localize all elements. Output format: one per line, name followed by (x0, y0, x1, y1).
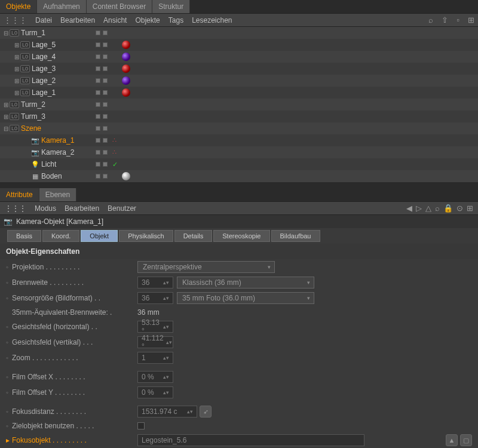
fokusobj-field[interactable]: Legostein_5.6 (137, 434, 364, 446)
lock-icon[interactable]: 🔒 (443, 204, 453, 213)
menu-icon[interactable]: ▫ (456, 16, 459, 24)
visibility-tag[interactable] (96, 42, 100, 47)
tree-toggle-icon[interactable]: ⊞ (13, 78, 20, 84)
tree-item-label[interactable]: Lage_5 (32, 41, 56, 49)
sensor-field[interactable]: 36▴▾ (137, 292, 173, 304)
fov-h-field[interactable]: 53.13 °▴▾ (137, 321, 173, 333)
tree-row[interactable]: ⊞L0Lage_1 (0, 87, 478, 99)
new-icon[interactable]: ⊙ (456, 204, 463, 213)
visibility-tag[interactable] (96, 78, 100, 83)
render-tag[interactable] (103, 66, 108, 71)
zielobj-checkbox[interactable] (137, 422, 145, 429)
tree-row[interactable]: ⊟L0Szene (0, 122, 478, 134)
tree-item-label[interactable]: Szene (21, 124, 41, 133)
nav-up-icon[interactable]: △ (425, 204, 431, 213)
tree-toggle-icon[interactable]: ⊞ (13, 42, 20, 48)
render-tag[interactable] (103, 90, 108, 95)
render-tag[interactable] (103, 162, 108, 167)
render-tag[interactable] (103, 114, 108, 119)
menu-bearbeiten[interactable]: Bearbeiten (60, 16, 95, 24)
material-tag-icon[interactable] (122, 65, 130, 73)
layer-badge[interactable]: L0 (10, 113, 19, 120)
tree-item-label[interactable]: Lage_4 (32, 53, 56, 61)
tree-toggle-icon[interactable]: ⊞ (2, 113, 10, 120)
subtab-basis[interactable]: Basis (7, 230, 41, 242)
layer-badge[interactable]: L0 (20, 53, 30, 60)
visibility-tag[interactable] (96, 174, 100, 179)
menu-objekte[interactable]: Objekte (135, 16, 160, 24)
nav-back-icon[interactable]: ◀ (406, 204, 412, 213)
tree-item-label[interactable]: Turm_1 (21, 29, 45, 37)
tree-toggle-icon[interactable]: ⊞ (2, 102, 10, 108)
tree-item-label[interactable]: Kamera_1 (41, 136, 74, 145)
sensor-preset[interactable]: 35 mm Foto (36.0 mm) (177, 292, 314, 304)
visibility-tag[interactable] (96, 66, 100, 71)
layer-badge[interactable]: L0 (20, 77, 30, 84)
menu-tags[interactable]: Tags (168, 16, 183, 24)
render-tag[interactable] (103, 30, 108, 35)
clear-object-icon[interactable]: ▢ (460, 434, 472, 446)
tree-item-label[interactable]: Turm_2 (21, 100, 45, 109)
render-tag[interactable] (103, 42, 108, 47)
tab-content-browser[interactable]: Content Browser (87, 0, 152, 13)
visibility-tag[interactable] (96, 114, 100, 119)
subtab-bildaufbau[interactable]: Bildaufbau (271, 230, 320, 242)
menu-modus[interactable]: Modus (35, 204, 56, 213)
subtab-koord[interactable]: Koord. (42, 230, 79, 242)
home-icon[interactable]: ⇧ (442, 16, 448, 24)
tree-toggle-icon[interactable]: ⊟ (2, 30, 10, 36)
tab-struktur[interactable]: Struktur (152, 0, 190, 13)
visibility-tag[interactable] (96, 126, 100, 131)
layer-badge[interactable]: L0 (20, 41, 30, 48)
tree-item-label[interactable]: Boden (41, 172, 62, 180)
brennweite-preset[interactable]: Klassisch (36 mm) (177, 277, 314, 289)
render-tag[interactable] (103, 174, 108, 179)
tree-row[interactable]: ⊞L0Turm_2 (0, 99, 478, 111)
grip-icon[interactable]: ⋮⋮⋮ (5, 204, 26, 213)
nav-fwd-icon[interactable]: ▷ (416, 204, 422, 213)
tree-row[interactable]: ▦Boden (0, 170, 478, 182)
layer-badge[interactable]: L0 (10, 101, 19, 108)
menu-datei[interactable]: Datei (35, 16, 52, 24)
tree-row[interactable]: ⊞L0Lage_2 (0, 75, 478, 87)
visibility-tag[interactable] (96, 138, 100, 143)
material-tag-icon[interactable] (122, 41, 130, 49)
menu-ansicht[interactable]: Ansicht (103, 16, 127, 24)
tree-row[interactable]: 💡Licht✓ (0, 158, 478, 170)
zoom-field[interactable]: 1▴▾ (137, 352, 173, 364)
visibility-tag[interactable] (96, 150, 100, 155)
compositing-tag-icon[interactable]: ∴ (112, 137, 117, 145)
material-tag-icon[interactable] (122, 88, 130, 97)
tree-row[interactable]: 📷Kamera_1∴ (0, 134, 478, 146)
render-tag[interactable] (103, 150, 108, 155)
tree-toggle-icon[interactable]: ⊞ (13, 54, 20, 60)
maximize-icon[interactable]: ⊞ (467, 204, 473, 213)
tree-row[interactable]: ⊞L0Lage_5 (0, 39, 478, 51)
projektion-dropdown[interactable]: Zentralperspektive (137, 261, 275, 273)
panel-divider[interactable] (0, 182, 478, 188)
search-icon[interactable]: ⌕ (435, 204, 440, 213)
subtab-physikalisch[interactable]: Physikalisch (119, 230, 173, 242)
brennweite-field[interactable]: 36▴▾ (137, 277, 173, 289)
tree-toggle-icon[interactable]: ⊞ (13, 66, 20, 72)
tree-row[interactable]: 📷Kamera_2∴ (0, 146, 478, 158)
layer-badge[interactable]: L0 (10, 125, 19, 132)
search-icon[interactable]: ⌕ (428, 16, 433, 24)
visibility-tag[interactable] (96, 162, 100, 167)
tab-objekte[interactable]: Objekte (0, 0, 37, 13)
compositing-tag-icon[interactable]: ∴ (112, 149, 117, 157)
tree-item-label[interactable]: Lage_3 (32, 65, 56, 73)
offy-field[interactable]: 0 %▴▾ (137, 386, 173, 398)
layer-badge[interactable]: L0 (20, 65, 30, 72)
render-tag[interactable] (103, 102, 108, 107)
pick-focus-icon[interactable]: ➶ (200, 406, 212, 418)
menu-lesezeichen[interactable]: Lesezeichen (192, 16, 232, 24)
tab-attribute[interactable]: Attribute (0, 188, 39, 201)
tree-row[interactable]: ⊞L0Turm_3 (0, 111, 478, 122)
grip-icon[interactable]: ⋮⋮⋮ (4, 16, 27, 24)
material-tag-icon[interactable] (122, 53, 130, 61)
subtab-objekt[interactable]: Objekt (81, 230, 118, 242)
tree-toggle-icon[interactable]: ⊞ (13, 90, 20, 96)
visibility-tag[interactable] (96, 90, 100, 95)
visibility-tag[interactable] (96, 102, 100, 107)
